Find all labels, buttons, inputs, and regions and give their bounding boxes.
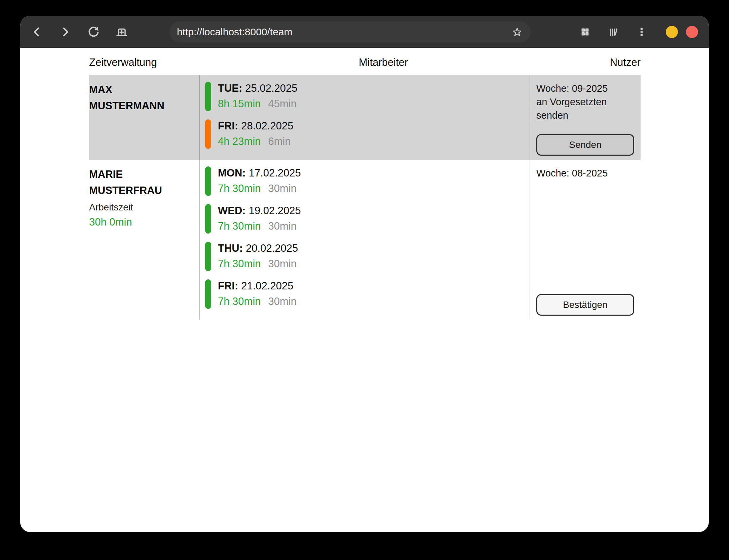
week-label: Woche: 08-2025 xyxy=(536,166,634,180)
entry-time-line: 7h 30min30min xyxy=(218,295,297,308)
minimize-button[interactable] xyxy=(666,26,678,38)
entry-break-time: 6min xyxy=(268,135,291,147)
library-button[interactable] xyxy=(606,25,621,39)
entry-worked-time: 7h 30min xyxy=(218,295,261,307)
entry-worked-time: 7h 30min xyxy=(218,220,261,232)
time-entry: FRI:21.02.2025 7h 30min30min xyxy=(205,279,530,309)
entry-day: THU: xyxy=(218,242,243,254)
entry-time-line: 8h 15min45min xyxy=(218,97,297,111)
entry-day: TUE: xyxy=(218,82,242,94)
new-tab-icon xyxy=(114,25,129,39)
entry-date: 17.02.2025 xyxy=(249,167,301,179)
employee-name: MAXMUSTERMANN xyxy=(89,82,195,114)
entry-break-time: 30min xyxy=(268,295,297,307)
entry-day: FRI: xyxy=(218,280,238,292)
entry-day: FRI: xyxy=(218,120,238,132)
employee-name-cell: MARIEMUSTERFRAU Arbeitszeit 30h 0min xyxy=(89,160,199,320)
time-entry: WED:19.02.2025 7h 30min30min xyxy=(205,204,530,234)
employee-name: MARIEMUSTERFRAU xyxy=(89,166,195,199)
week-cell: Woche: 09-2025an Vorgesetztensenden Send… xyxy=(530,75,641,160)
forward-icon xyxy=(58,25,73,39)
worktime-total: 30h 0min xyxy=(89,215,195,230)
entry-date-line: FRI:28.02.2025 xyxy=(218,119,293,133)
week-cell: Woche: 08-2025 Bestätigen xyxy=(530,160,641,320)
week-action-button[interactable]: Senden xyxy=(536,134,634,156)
menu-button[interactable] xyxy=(634,25,649,39)
time-entry: MON:17.02.2025 7h 30min30min xyxy=(205,166,530,196)
entry-date: 19.02.2025 xyxy=(249,205,301,216)
entry-text: TUE:25.02.2025 8h 15min45min xyxy=(218,82,297,111)
forward-button[interactable] xyxy=(58,25,73,39)
back-button[interactable] xyxy=(30,25,44,39)
entry-time-line: 7h 30min30min xyxy=(218,257,298,271)
entry-text: WED:19.02.2025 7h 30min30min xyxy=(218,204,301,234)
entry-break-time: 30min xyxy=(268,183,297,194)
time-entries-cell: MON:17.02.2025 7h 30min30min WED:19.02.2… xyxy=(199,160,530,320)
bookmark-star-icon[interactable] xyxy=(510,25,525,39)
entry-date: 25.02.2025 xyxy=(245,82,297,94)
entry-date-line: WED:19.02.2025 xyxy=(218,204,301,217)
entry-status-bar xyxy=(205,166,211,196)
new-tab-button[interactable] xyxy=(114,25,129,39)
week-label: Woche: 09-2025an Vorgesetztensenden xyxy=(536,82,634,122)
time-entries-cell: TUE:25.02.2025 8h 15min45min FRI:28.02.2… xyxy=(199,75,530,160)
library-icon xyxy=(606,25,621,39)
team-table: MAXMUSTERMANN TUE:25.02.2025 8h 15min45m… xyxy=(89,75,641,320)
page-content: Zeitverwaltung Mitarbeiter Nutzer MAXMUS… xyxy=(20,48,709,320)
entry-break-time: 30min xyxy=(268,220,297,232)
url-bar[interactable]: http://localhost:8000/team xyxy=(169,22,531,42)
entry-status-bar xyxy=(205,82,211,111)
entry-date-line: THU:20.02.2025 xyxy=(218,242,298,255)
url-text: http://localhost:8000/team xyxy=(177,26,510,38)
time-entry: FRI:28.02.2025 4h 23min6min xyxy=(205,119,530,149)
entry-time-line: 7h 30min30min xyxy=(218,219,301,233)
entry-break-time: 30min xyxy=(268,258,297,270)
entry-status-bar xyxy=(205,119,211,149)
entry-status-bar xyxy=(205,204,211,234)
reload-button[interactable] xyxy=(86,25,101,39)
entry-status-bar xyxy=(205,279,211,309)
entry-date: 20.02.2025 xyxy=(246,242,298,254)
entry-worked-time: 8h 15min xyxy=(218,98,261,110)
entry-worked-time: 4h 23min xyxy=(218,135,261,147)
tabs-grid-icon xyxy=(578,25,592,39)
entry-break-time: 45min xyxy=(268,98,297,110)
employee-row: MARIEMUSTERFRAU Arbeitszeit 30h 0min MON… xyxy=(89,160,641,320)
entry-text: MON:17.02.2025 7h 30min30min xyxy=(218,166,301,196)
entry-text: FRI:28.02.2025 4h 23min6min xyxy=(218,119,293,149)
employee-row: MAXMUSTERMANN TUE:25.02.2025 8h 15min45m… xyxy=(89,75,641,160)
entry-text: FRI:21.02.2025 7h 30min30min xyxy=(218,279,297,309)
worktime-label: Arbeitszeit xyxy=(89,200,195,215)
back-icon xyxy=(30,25,44,39)
kebab-menu-icon xyxy=(634,25,649,39)
nav-item-zeitverwaltung[interactable]: Zeitverwaltung xyxy=(89,55,157,70)
entry-date-line: TUE:25.02.2025 xyxy=(218,82,297,95)
nav-button-group xyxy=(30,25,129,39)
entry-date: 21.02.2025 xyxy=(241,280,293,292)
entry-day: WED: xyxy=(218,205,246,216)
time-entry: THU:20.02.2025 7h 30min30min xyxy=(205,242,530,271)
entry-day: MON: xyxy=(218,167,246,179)
entry-status-bar xyxy=(205,242,211,271)
browser-window: http://localhost:8000/team xyxy=(20,16,709,532)
close-button[interactable] xyxy=(686,26,698,38)
reload-icon xyxy=(86,25,101,39)
window-controls xyxy=(666,26,698,38)
employee-name-cell: MAXMUSTERMANN xyxy=(89,75,199,160)
entry-time-line: 4h 23min6min xyxy=(218,135,293,148)
week-action-button[interactable]: Bestätigen xyxy=(536,294,634,316)
entry-worked-time: 7h 30min xyxy=(218,183,261,194)
page-nav: Zeitverwaltung Mitarbeiter Nutzer xyxy=(89,55,641,70)
tabs-overview-button[interactable] xyxy=(578,25,592,39)
time-entry: TUE:25.02.2025 8h 15min45min xyxy=(205,82,530,111)
entry-date: 28.02.2025 xyxy=(241,120,293,132)
toolbar-right-group xyxy=(578,25,649,39)
nav-item-mitarbeiter[interactable]: Mitarbeiter xyxy=(359,55,408,70)
entry-text: THU:20.02.2025 7h 30min30min xyxy=(218,242,298,271)
nav-item-nutzer[interactable]: Nutzer xyxy=(610,55,641,70)
entry-date-line: FRI:21.02.2025 xyxy=(218,279,297,293)
browser-toolbar: http://localhost:8000/team xyxy=(20,16,709,48)
entry-time-line: 7h 30min30min xyxy=(218,182,301,195)
entry-date-line: MON:17.02.2025 xyxy=(218,166,301,180)
entry-worked-time: 7h 30min xyxy=(218,258,261,270)
